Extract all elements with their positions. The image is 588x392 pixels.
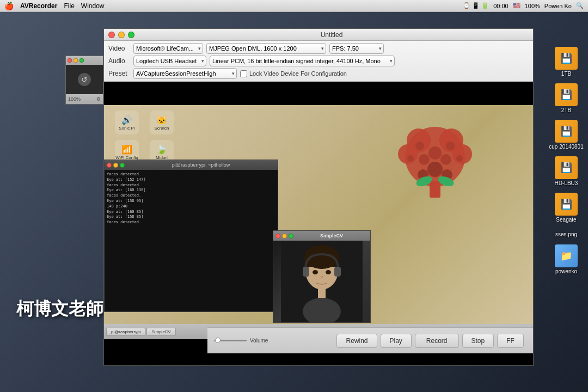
simplecv-content	[273, 241, 370, 322]
audio-label: Audio	[108, 57, 130, 65]
terminal-line-10: faces detected.	[107, 220, 275, 225]
rpi-taskbar-simplecv[interactable]: SimpleCV	[146, 328, 176, 336]
record-button[interactable]: Record	[415, 334, 459, 348]
preset-select[interactable]: AVCaptureSessionPresetHigh	[133, 68, 237, 79]
simplecv-minimize-btn[interactable]	[282, 234, 287, 238]
play-button[interactable]: Play	[381, 334, 412, 348]
rewind-button[interactable]: Rewind	[336, 334, 377, 348]
menubar-time: 00:00	[493, 3, 509, 9]
terminal-maximize-btn[interactable]	[120, 163, 125, 168]
window-minimize-btn[interactable]	[118, 32, 125, 38]
rpi-taskbar-terminal[interactable]: pi@raspberrypi	[106, 328, 145, 336]
volume-slider[interactable]	[214, 340, 247, 341]
drive-seagate-label: Seagate	[556, 217, 576, 223]
window-maximize-btn[interactable]	[128, 32, 134, 38]
svg-point-12	[427, 162, 443, 177]
folder-powenko-icon: 📁	[555, 244, 578, 267]
video-config-row: Video Microsoft® LifeCam... MJPEG Open D…	[108, 43, 529, 54]
terminal-line-7: 140 p:240	[107, 204, 275, 210]
simplecv-maximize-btn[interactable]	[289, 234, 293, 238]
drive-2tb-icon: 💾	[555, 83, 578, 106]
drive-hd-lbu3-icon: 💾	[555, 156, 578, 179]
preview-minimize-btn[interactable]	[74, 58, 78, 63]
menubar-user[interactable]: Powen Ko	[544, 3, 572, 9]
preview-maximize-btn[interactable]	[79, 58, 84, 63]
preview-zoom: 100%	[68, 96, 81, 102]
volume-label: Volume	[250, 338, 268, 344]
menubar-extras: ⌚ 📱 🔋	[463, 2, 489, 9]
lock-checkbox-text: Lock Video Device For Configuration	[249, 70, 347, 77]
terminal-line-8: Eye at: [160 85]	[107, 210, 275, 215]
simplecv-title: SimpleCV	[295, 233, 368, 238]
sidebar: 💾 1TB 💾 2TB 💾 cup 20140801 💾 HD-LBU3 💾 S…	[544, 28, 588, 388]
rpi-desktop-icons: 🔊 Sonic Pi 🐱 Scratch 📶 WiFi Config 🍃	[115, 111, 174, 164]
preview-close-btn[interactable]	[68, 58, 72, 63]
preview-window: ↺ 100% ⚙	[65, 56, 103, 105]
svg-rect-22	[303, 267, 309, 277]
drive-seagate-icon: 💾	[555, 193, 578, 216]
file-menu[interactable]: File	[64, 2, 74, 10]
simplecv-close-btn[interactable]	[275, 234, 280, 238]
svg-rect-23	[334, 267, 341, 277]
controls-buttons: Rewind Play Record Stop FF	[272, 334, 534, 348]
audio-format-select[interactable]: Linear PCM, 16 bit little-endian signed …	[210, 56, 395, 66]
terminal-line-3: faces detected.	[107, 183, 275, 188]
drive-hd-lbu3-label: HD-LBU3	[555, 180, 578, 186]
fps-select[interactable]: FPS: 7.50	[329, 43, 384, 54]
menubar-battery: 100%	[525, 3, 540, 9]
terminal-window: pi@raspberrypi: ~pithollow faces detecte…	[104, 160, 278, 312]
stop-button[interactable]: Stop	[462, 334, 494, 348]
menubar-flag: 🇺🇸	[513, 2, 520, 9]
video-source-select[interactable]: Microsoft® LifeCam...	[133, 43, 203, 54]
video-format-select[interactable]: MJPEG Open DML, 1600 x 1200	[206, 43, 326, 54]
audio-format-wrapper[interactable]: Linear PCM, 16 bit little-endian signed …	[210, 56, 395, 66]
preset-config-row: Preset AVCaptureSessionPresetHigh Lock V…	[108, 68, 529, 79]
preview-icon: ↺	[78, 73, 91, 86]
video-source-wrapper[interactable]: Microsoft® LifeCam...	[133, 43, 203, 54]
svg-point-7	[407, 155, 414, 162]
lock-checkbox-label[interactable]: Lock Video Device For Configuration	[240, 70, 347, 77]
volume-thumb	[215, 338, 220, 343]
folder-powenko[interactable]: 📁 powenko	[553, 242, 580, 277]
fps-wrapper[interactable]: FPS: 7.50	[329, 43, 384, 54]
rpi-icon-sonicpi: 🔊 Sonic Pi	[115, 111, 139, 134]
lock-checkbox[interactable]	[240, 70, 247, 77]
terminal-line-2: Eye at: [152 147]	[107, 177, 275, 183]
preview-settings[interactable]: ⚙	[96, 96, 101, 102]
video-format-wrapper[interactable]: MJPEG Open DML, 1600 x 1200	[206, 43, 326, 54]
drive-hd-lbu3[interactable]: 💾 HD-LBU3	[553, 154, 580, 188]
svg-point-4	[452, 144, 472, 164]
app-name[interactable]: AVRecorder	[20, 2, 57, 10]
folder-powenko-label: powenko	[555, 268, 577, 274]
terminal-line-5: faces detected.	[107, 193, 275, 199]
terminal-minimize-btn[interactable]	[113, 163, 118, 168]
volume-section: Volume	[214, 338, 268, 344]
drive-1tb[interactable]: 💾 1TB	[553, 45, 580, 79]
menubar: 🍎 AVRecorder File Window ⌚ 📱 🔋 00:00 🇺🇸 …	[0, 0, 588, 12]
ff-button[interactable]: FF	[497, 334, 524, 348]
svg-point-8	[456, 155, 463, 162]
terminal-close-btn[interactable]	[107, 163, 112, 168]
terminal-content: faces detected. Eye at: [152 147] faces …	[105, 170, 278, 228]
svg-point-24	[313, 270, 318, 274]
window-close-btn[interactable]	[108, 32, 115, 38]
rpi-icon-scratch: 🐱 Scratch	[150, 111, 174, 134]
audio-source-select[interactable]: Logitech USB Headset	[133, 56, 206, 66]
svg-point-10	[440, 154, 451, 165]
drive-2tb[interactable]: 💾 2TB	[553, 81, 580, 115]
video-label: Video	[108, 45, 130, 52]
audio-source-wrapper[interactable]: Logitech USB Headset	[133, 56, 206, 66]
drive-cup[interactable]: 💾 cup 20140801	[547, 118, 585, 152]
drive-cup-label: cup 20140801	[549, 144, 583, 150]
apple-menu[interactable]: 🍎	[4, 2, 14, 10]
search-icon[interactable]: 🔍	[576, 2, 584, 9]
window-menu[interactable]: Window	[81, 2, 105, 10]
preset-label: Preset	[108, 70, 130, 77]
svg-point-9	[419, 154, 430, 165]
svg-point-11	[428, 146, 442, 160]
desktop: 💾 1TB 💾 2TB 💾 cup 20140801 💾 HD-LBU3 💾 S…	[0, 12, 588, 392]
simplecv-window: SimpleCV	[273, 230, 371, 323]
camera-feed: 🔊 Sonic Pi 🐱 Scratch 📶 WiFi Config 🍃	[104, 105, 533, 339]
preset-wrapper[interactable]: AVCaptureSessionPresetHigh	[133, 68, 237, 79]
drive-seagate[interactable]: 💾 Seagate	[553, 191, 580, 225]
